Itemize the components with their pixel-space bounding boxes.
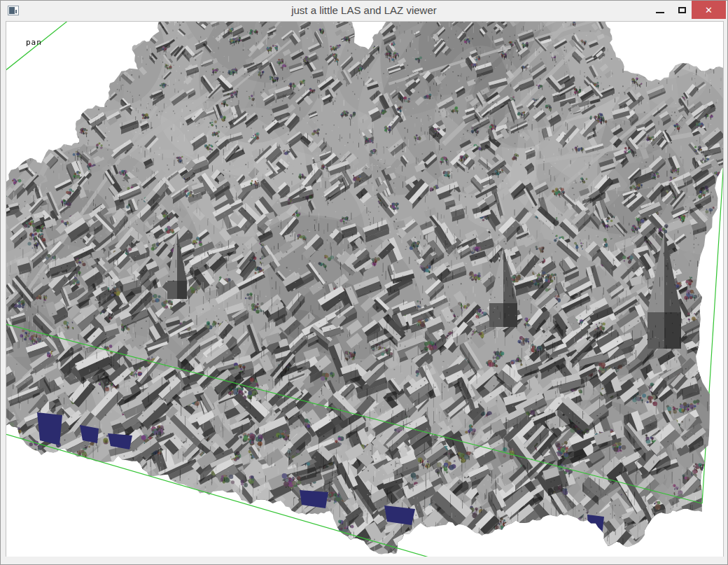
- pan-mode-label: pan: [26, 38, 42, 47]
- minimize-icon: [656, 12, 664, 13]
- window-controls: ✕: [648, 1, 726, 19]
- viewport: pan: [6, 21, 724, 557]
- minimize-button[interactable]: [648, 1, 672, 19]
- title-bar[interactable]: just a little LAS and LAZ viewer ✕: [1, 1, 727, 21]
- close-icon: ✕: [705, 5, 713, 15]
- las-render-canvas[interactable]: [6, 22, 723, 557]
- app-window: just a little LAS and LAZ viewer ✕ pan: [0, 0, 728, 565]
- maximize-button[interactable]: [672, 1, 692, 19]
- close-button[interactable]: ✕: [692, 1, 726, 19]
- maximize-icon: [678, 7, 686, 13]
- window-border-bottom: [1, 557, 727, 564]
- window-title: just a little LAS and LAZ viewer: [1, 1, 727, 21]
